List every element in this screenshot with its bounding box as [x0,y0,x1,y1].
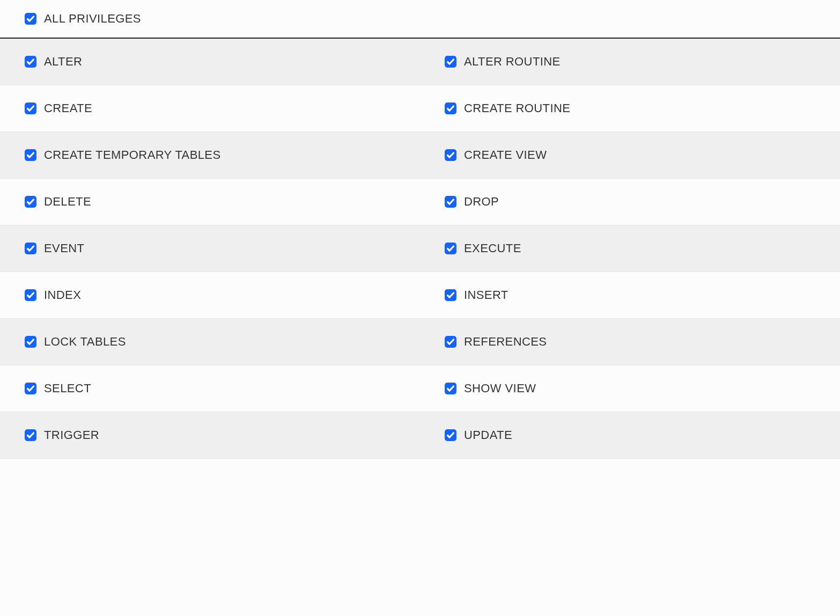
privilege-label-references[interactable]: REFERENCES [464,335,547,349]
check-icon [446,244,455,253]
all-privileges-row: ALL PRIVILEGES [0,0,840,39]
check-icon [26,431,35,439]
privilege-cell-select: SELECT [0,365,420,412]
privilege-cell-create-view: CREATE VIEW [420,132,840,178]
privilege-label-lock-tables[interactable]: LOCK TABLES [44,335,126,349]
privilege-label-alter-routine[interactable]: ALTER ROUTINE [464,55,561,69]
privilege-label-drop[interactable]: DROP [464,195,499,209]
check-icon [26,151,35,159]
privilege-label-execute[interactable]: EXECUTE [464,241,521,255]
privilege-checkbox-trigger[interactable] [25,429,36,441]
privilege-row: SELECTSHOW VIEW [0,365,840,412]
privilege-checkbox-index[interactable] [25,289,36,301]
privilege-label-trigger[interactable]: TRIGGER [44,428,99,442]
privilege-cell-create: CREATE [0,85,420,131]
check-icon [446,291,455,299]
privilege-cell-lock-tables: LOCK TABLES [0,319,420,365]
privilege-row: LOCK TABLESREFERENCES [0,319,840,365]
privilege-checkbox-update[interactable] [445,429,456,441]
privilege-label-create-routine[interactable]: CREATE ROUTINE [464,101,570,115]
privilege-cell-insert: INSERT [420,272,840,318]
privilege-checkbox-create-temporary-tables[interactable] [25,149,36,161]
privilege-cell-index: INDEX [0,272,420,318]
check-icon [26,384,35,393]
privilege-cell-references: REFERENCES [420,319,840,365]
privilege-checkbox-create-routine[interactable] [445,102,456,114]
privilege-label-insert[interactable]: INSERT [464,288,509,302]
privilege-checkbox-delete[interactable] [25,196,36,208]
privilege-label-select[interactable]: SELECT [44,382,91,395]
privilege-label-create-temporary-tables[interactable]: CREATE TEMPORARY TABLES [44,148,221,162]
privilege-checkbox-references[interactable] [445,336,456,348]
privilege-cell-alter: ALTER [0,39,420,85]
privilege-cell-create-temporary-tables: CREATE TEMPORARY TABLES [0,132,420,178]
privilege-cell-update: UPDATE [420,412,840,458]
privileges-table: ALL PRIVILEGES ALTERALTER ROUTINECREATEC… [0,0,840,459]
privilege-label-event[interactable]: EVENT [44,241,84,255]
privilege-label-create[interactable]: CREATE [44,101,92,115]
check-icon [446,151,455,159]
privilege-label-create-view[interactable]: CREATE VIEW [464,148,547,162]
privilege-checkbox-execute[interactable] [445,243,456,254]
check-icon [26,14,35,23]
privilege-row: INDEXINSERT [0,272,840,319]
check-icon [446,431,455,439]
check-icon [26,244,35,253]
check-icon [446,57,455,66]
privilege-row: EVENTEXECUTE [0,225,840,272]
privilege-label-index[interactable]: INDEX [44,288,81,302]
check-icon [446,384,455,393]
privilege-label-alter[interactable]: ALTER [44,55,82,69]
privilege-checkbox-create[interactable] [25,102,36,114]
privilege-label-show-view[interactable]: SHOW VIEW [464,382,536,395]
privilege-checkbox-show-view[interactable] [445,383,456,394]
privilege-checkbox-drop[interactable] [445,196,456,208]
privilege-row: DELETEDROP [0,179,840,225]
check-icon [26,104,35,113]
all-privileges-label[interactable]: ALL PRIVILEGES [44,12,141,26]
check-icon [446,104,455,113]
check-icon [26,197,35,206]
privilege-cell-execute: EXECUTE [420,225,840,272]
privilege-label-delete[interactable]: DELETE [44,195,91,209]
all-privileges-checkbox[interactable] [25,13,36,25]
privilege-cell-drop: DROP [420,179,840,225]
check-icon [26,57,35,66]
check-icon [26,291,35,299]
privilege-cell-create-routine: CREATE ROUTINE [420,85,840,131]
privilege-row: TRIGGERUPDATE [0,412,840,459]
privilege-checkbox-alter[interactable] [25,56,36,68]
privilege-checkbox-lock-tables[interactable] [25,336,36,348]
privilege-row: ALTERALTER ROUTINE [0,39,840,85]
privilege-label-update[interactable]: UPDATE [464,428,512,442]
check-icon [446,338,455,346]
privilege-checkbox-alter-routine[interactable] [445,56,456,68]
privilege-row: CREATE TEMPORARY TABLESCREATE VIEW [0,132,840,179]
privilege-cell-show-view: SHOW VIEW [420,365,840,412]
privilege-checkbox-event[interactable] [25,243,36,254]
privilege-cell-delete: DELETE [0,179,420,225]
privilege-checkbox-select[interactable] [25,383,36,394]
privilege-cell-alter-routine: ALTER ROUTINE [420,39,840,85]
check-icon [26,338,35,346]
privilege-cell-event: EVENT [0,225,420,272]
check-icon [446,197,455,206]
privilege-checkbox-create-view[interactable] [445,149,456,161]
privilege-checkbox-insert[interactable] [445,289,456,301]
privilege-row: CREATECREATE ROUTINE [0,85,840,132]
privilege-cell-trigger: TRIGGER [0,412,420,458]
